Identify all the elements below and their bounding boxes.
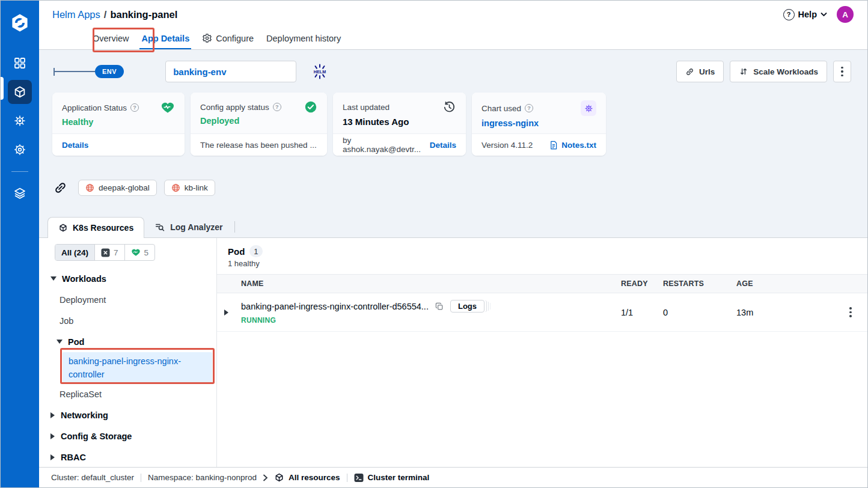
help-label: Help [798, 10, 817, 19]
tab-deployment-history[interactable]: Deployment history [264, 28, 343, 49]
ship-wheel-icon [13, 114, 27, 128]
scale-arrows-icon [739, 67, 748, 76]
history-icon [442, 100, 456, 114]
tree-item-workloads[interactable]: Workloads [39, 268, 216, 289]
separator [347, 474, 347, 482]
devtron-logo-icon[interactable] [8, 11, 31, 34]
log-search-icon [154, 222, 165, 233]
tab-divider [234, 221, 235, 233]
chart-version: Version 4.11.2 [481, 141, 533, 150]
filter-errors[interactable]: 7 [94, 245, 124, 260]
pod-table-row: banking-panel-ingress-nginx-controller-d… [217, 293, 867, 332]
tree-item-deployment[interactable]: Deployment [39, 289, 216, 310]
pod-status: RUNNING [241, 316, 621, 325]
sidebar-item-helm-apps[interactable] [8, 80, 32, 104]
tree-item-pod[interactable]: Pod [39, 331, 216, 352]
copy-icon[interactable] [435, 302, 444, 311]
sidebar-item-ship-wheel[interactable] [8, 109, 32, 133]
info-icon[interactable] [525, 104, 533, 112]
cube-icon [58, 223, 68, 233]
tree-item-replicaset[interactable]: ReplicaSet [39, 383, 216, 404]
sidebar-item-applications[interactable] [8, 51, 32, 75]
all-resources-link[interactable]: All resources [274, 472, 340, 483]
caret-right-icon [224, 310, 228, 316]
tab-configure[interactable]: Configure [200, 28, 255, 49]
linked-urls-row: deepak-global kb-link [53, 180, 867, 196]
tree-item-networking[interactable]: Networking [39, 404, 216, 425]
sidebar-item-settings[interactable] [8, 138, 32, 162]
env-more-options-button[interactable] [833, 61, 851, 82]
top-bar: Helm Apps / banking-panel Help A [39, 1, 867, 28]
svg-text:HELM: HELM [314, 69, 326, 75]
column-age: AGE [736, 279, 867, 288]
tree-item-job[interactable]: Job [39, 310, 216, 331]
last-updated-details-link[interactable]: Details [430, 141, 456, 150]
logs-button[interactable]: Logs [450, 300, 484, 313]
cube-icon [274, 472, 284, 483]
apps-grid-icon [13, 56, 27, 70]
scale-workloads-button[interactable]: Scale Workloads [730, 61, 827, 82]
tab-k8s-resources[interactable]: K8s Resources [47, 217, 144, 238]
pod-name[interactable]: banking-panel-ingress-nginx-controller-d… [241, 302, 429, 311]
row-expand-button[interactable] [217, 310, 241, 316]
separator [141, 474, 141, 482]
resource-tree: Workloads Deployment Job Pod banking-pan… [39, 268, 216, 467]
help-menu-button[interactable]: Help [783, 9, 827, 20]
last-updated-card: Last updated 13 Minutes Ago by ashok.nay… [333, 93, 466, 156]
error-resource-icon [101, 248, 110, 257]
info-icon[interactable] [130, 103, 139, 112]
pod-section-header: Pod 1 1 healthy [217, 238, 867, 268]
globe-icon [171, 183, 180, 192]
filter-healthy[interactable]: 5 [124, 245, 155, 260]
main-area: Helm Apps / banking-panel Help A Overvie… [39, 1, 867, 487]
user-avatar[interactable]: A [837, 6, 854, 23]
environment-selector[interactable]: banking-env [165, 61, 296, 82]
tab-log-analyzer[interactable]: Log Analyzer [144, 216, 233, 237]
k8s-resources-panel: All (24) 7 5 Workloads Deployment [39, 237, 867, 467]
resource-filter-segmented: All (24) 7 5 [55, 244, 155, 261]
urls-button[interactable]: Urls [676, 61, 724, 82]
stack-layers-icon [13, 186, 27, 201]
application-status-value: Healthy [62, 117, 175, 127]
info-icon[interactable] [273, 103, 281, 111]
sidebar-item-stack[interactable] [8, 181, 32, 206]
caret-right-icon [50, 454, 55, 460]
settings-gear-icon [13, 142, 27, 157]
helm-app-cube-icon [13, 85, 27, 99]
url-chip-deepak-global[interactable]: deepak-global [78, 180, 157, 196]
caret-down-icon [50, 276, 57, 281]
tab-app-details[interactable]: App Details [139, 28, 191, 49]
tab-overview[interactable]: Overview [91, 28, 130, 49]
url-chip-kb-link[interactable]: kb-link [164, 180, 215, 196]
pod-table-column: Pod 1 1 healthy NAME READY RESTARTS AGE [217, 238, 867, 467]
column-restarts: RESTARTS [663, 279, 736, 288]
app-window: Helm Apps / banking-panel Help A Overvie… [0, 0, 868, 488]
application-status-details-link[interactable]: Details [62, 141, 88, 150]
environment-bar: ENV banking-env HELM Urls [53, 61, 851, 82]
pod-health-summary: 1 healthy [228, 259, 867, 268]
tree-item-selected-pod[interactable]: banking-panel-ingress-nginx-controller [63, 352, 212, 383]
breadcrumb-current-app: banking-panel [110, 9, 177, 20]
application-status-card: Application Status Healthy Details [52, 93, 185, 156]
chevron-right-icon [263, 474, 268, 481]
column-name: NAME [241, 279, 621, 288]
pod-row-menu-button[interactable] [834, 307, 867, 317]
breadcrumb-helm-apps-link[interactable]: Helm Apps [52, 9, 100, 20]
namespace-label: Namespace: banking-nonprod [148, 473, 257, 482]
caret-down-icon [57, 340, 63, 344]
globe-icon [85, 183, 94, 192]
cluster-terminal-link[interactable]: Cluster terminal [354, 473, 430, 483]
resource-tree-column: All (24) 7 5 Workloads Deployment [39, 238, 217, 467]
tree-item-rbac[interactable]: RBAC [39, 447, 216, 467]
chain-link-icon [53, 181, 67, 195]
env-pill-label: ENV [95, 65, 124, 78]
filter-all[interactable]: All (24) [55, 245, 94, 260]
tree-item-config-storage[interactable]: Config & Storage [39, 425, 216, 447]
document-icon [549, 141, 558, 150]
sidebar-nav [8, 51, 32, 206]
app-details-content: ENV banking-env HELM Urls [39, 50, 867, 467]
notes-link[interactable]: Notes.txt [549, 141, 596, 150]
breadcrumb: Helm Apps / banking-panel [52, 9, 177, 20]
help-question-icon [783, 9, 795, 20]
chart-used-value[interactable]: ingress-nginx [481, 118, 596, 128]
